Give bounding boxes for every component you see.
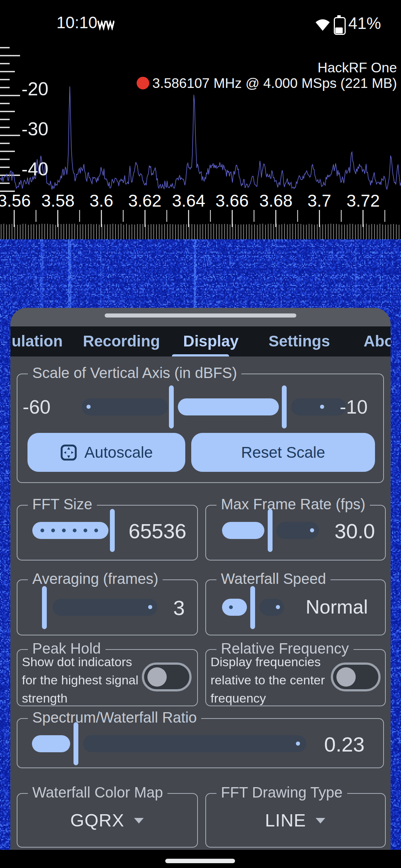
drawing-type-dropdown[interactable]: LINE — [206, 794, 385, 847]
waterfall-speed-track[interactable] — [260, 599, 284, 616]
frame-rate-group: Max Frame Rate (fps) 30.0 — [205, 505, 386, 560]
fft-size-title: FFT Size — [28, 496, 97, 513]
autoscale-label: Autoscale — [84, 444, 153, 461]
freq-axis-label: 3.56 — [0, 191, 31, 211]
waterfall-speed-track-active[interactable] — [222, 599, 247, 616]
averaging-title: Averaging (frames) — [28, 571, 163, 587]
scale-range-handle-low[interactable] — [169, 385, 174, 428]
waterfall-speed-title: Waterfall Speed — [216, 571, 330, 587]
averaging-handle[interactable] — [42, 586, 47, 629]
scale-range-handle-high[interactable] — [282, 385, 287, 428]
scale-min-value: -60 — [23, 396, 50, 418]
autoscale-icon — [60, 444, 78, 461]
ratio-title: Spectrum/Waterfall Ratio — [28, 709, 201, 726]
scale-range-track-active[interactable] — [178, 398, 279, 415]
peak-hold-description: Show dot indicators for the highest sign… — [22, 653, 141, 707]
autoscale-button[interactable]: Autoscale — [27, 433, 185, 472]
scale-range-track-right[interactable] — [291, 398, 346, 415]
averaging-group: Averaging (frames) 3 — [17, 579, 198, 635]
averaging-stop-dot — [148, 605, 152, 609]
vertical-scale-group: Scale of Vertical Axis (in dBFS) -60 -10 — [17, 374, 384, 483]
freq-axis-label: 3.72 — [346, 191, 380, 211]
chevron-down-icon — [133, 816, 144, 825]
tab-bar: ulation Recording Display Settings About — [10, 326, 391, 356]
ratio-group: Spectrum/Waterfall Ratio 0.23 — [17, 718, 384, 768]
peak-hold-group: Peak Hold Show dot indicators for the hi… — [17, 649, 198, 706]
capture-info: 3.586107 MHz @ 4.000 MSps (221 MB) — [152, 76, 397, 91]
display-settings-panel: Scale of Vertical Axis (in dBFS) -60 -10 — [10, 356, 391, 850]
ratio-handle[interactable] — [74, 722, 78, 765]
reset-scale-button[interactable]: Reset Scale — [191, 433, 375, 472]
freq-axis-label: 3.66 — [215, 191, 249, 211]
color-map-group: Waterfall Color Map GQRX — [17, 793, 198, 848]
relative-frequency-toggle-thumb — [336, 667, 356, 687]
settings-bottom-sheet: ulation Recording Display Settings About… — [10, 308, 391, 850]
fft-size-group: FFT Size 65536 — [17, 505, 198, 560]
waterfall-speed-stop-dot — [276, 605, 280, 609]
peak-hold-toggle[interactable] — [142, 662, 192, 691]
freq-axis-label: 3.68 — [259, 191, 293, 211]
scale-max-value: -10 — [340, 396, 368, 418]
tab-recording[interactable]: Recording — [83, 332, 160, 350]
relative-frequency-toggle[interactable] — [331, 662, 381, 691]
sdr-app-screen: 10:10 41% HackRF One 3.586107 MHz @ 4.00… — [0, 0, 401, 868]
ratio-track-active[interactable] — [32, 735, 70, 752]
gesture-handle[interactable] — [165, 859, 235, 863]
color-map-value: GQRX — [70, 810, 124, 831]
chevron-down-icon — [315, 816, 326, 825]
freq-axis-label: 3.7 — [307, 191, 331, 211]
frame-rate-value: 30.0 — [299, 519, 375, 543]
fft-size-value: 65536 — [112, 519, 186, 543]
tab-modulation[interactable]: ulation — [12, 332, 63, 350]
freq-axis-label: 3.62 — [128, 191, 162, 211]
relative-frequency-group: Relative Frequency Display frequencies r… — [205, 649, 386, 706]
frame-rate-track-active[interactable] — [222, 522, 264, 539]
frame-rate-title: Max Frame Rate (fps) — [216, 496, 370, 513]
freq-axis-label: 3.64 — [172, 191, 205, 211]
scale-range-stop-dot — [87, 405, 91, 409]
color-map-dropdown[interactable]: GQRX — [17, 794, 197, 847]
fft-size-tick — [40, 529, 44, 532]
fft-size-tick — [73, 529, 76, 532]
recording-dot-icon — [137, 77, 149, 89]
tab-about[interactable]: About — [363, 332, 391, 350]
tab-display[interactable]: Display — [183, 332, 238, 350]
drawing-type-group: FFT Drawing Type LINE — [205, 793, 386, 848]
device-label: HackRF One — [317, 60, 397, 76]
capture-info-line: 3.586107 MHz @ 4.000 MSps (221 MB) — [137, 76, 397, 91]
fft-size-tick — [94, 529, 98, 532]
db-axis-label: -30 — [22, 119, 48, 139]
freq-axis-label: 3.6 — [89, 191, 113, 211]
scale-range-stop-dot — [320, 405, 324, 409]
waterfall-speed-value: Normal — [300, 596, 374, 618]
sheet-drag-handle[interactable] — [105, 313, 296, 318]
scale-range-track-left[interactable] — [82, 398, 168, 415]
tab-settings[interactable]: Settings — [268, 332, 330, 350]
waterfall-speed-group: Waterfall Speed Normal — [205, 579, 386, 635]
relative-frequency-description: Display frequencies relative to the cent… — [211, 653, 329, 707]
reset-scale-label: Reset Scale — [241, 444, 325, 461]
vertical-scale-title: Scale of Vertical Axis (in dBFS) — [28, 365, 241, 381]
freq-axis-label: 3.58 — [41, 191, 75, 211]
waterfall-speed-tick — [229, 605, 233, 609]
ratio-value: 0.23 — [300, 732, 365, 756]
averaging-value: 3 — [168, 596, 190, 620]
ratio-track[interactable] — [83, 735, 306, 752]
db-axis-label: -40 — [22, 159, 48, 180]
fft-size-tick — [62, 529, 66, 532]
frame-rate-handle[interactable] — [268, 509, 273, 552]
sheet-grab-area[interactable] — [10, 308, 391, 326]
peak-hold-toggle-thumb — [147, 667, 167, 687]
fft-size-tick — [84, 529, 87, 532]
db-axis-label: -20 — [22, 79, 48, 99]
averaging-track[interactable] — [53, 599, 157, 616]
drawing-type-value: LINE — [265, 810, 306, 831]
fft-size-tick — [51, 529, 55, 532]
waterfall-speed-handle[interactable] — [250, 586, 255, 629]
